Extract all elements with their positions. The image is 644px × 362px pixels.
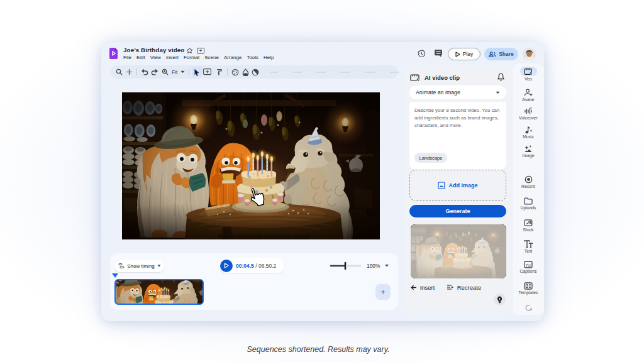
svg-text:100%: 100% — [367, 263, 380, 269]
